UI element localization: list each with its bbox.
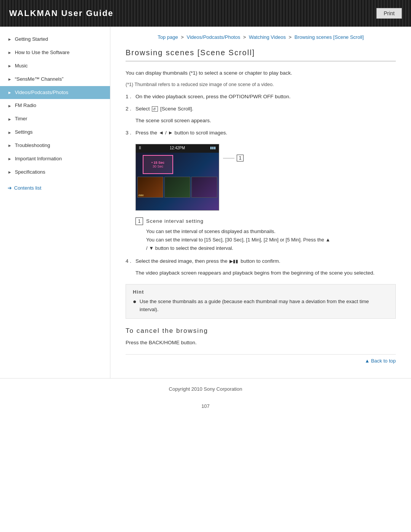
- sidebar-item-label: Important Information: [15, 156, 62, 162]
- hint-text: Use the scene thumbnails as a guide (bec…: [140, 298, 389, 314]
- sidebar-item-label: How to Use the Software: [15, 50, 70, 56]
- step-3-text: Press the ◄ / ► button to scroll images.: [135, 129, 396, 137]
- annotation-header: 1 Scene interval setting: [135, 217, 396, 225]
- cancel-section-text: Press the BACK/HOME button.: [126, 339, 396, 347]
- arrow-icon: ►: [8, 143, 12, 148]
- sidebar-item-label: Music: [15, 63, 28, 69]
- page-number: 107: [0, 399, 411, 413]
- breadcrumb-sep-2: >: [243, 34, 247, 40]
- hint-bullet: ●: [133, 298, 137, 305]
- step-4-num: 4 .: [126, 257, 135, 265]
- screenshot-container: II 12:42PM ▮▮▮ • 15 Sec 30 Sec date 1: [135, 144, 396, 211]
- step-3-num: 3 .: [126, 129, 135, 137]
- annotation-connector-line: [223, 158, 234, 158]
- arrow-icon: ►: [8, 169, 12, 175]
- screenshot-time: 12:42PM: [170, 146, 185, 150]
- step-4-text: Select the desired image, then press the…: [135, 257, 396, 265]
- step-4-sub: The video playback screen reappears and …: [135, 269, 396, 277]
- thumbnail-grid: date: [137, 177, 217, 198]
- sidebar-item-label: FM Radio: [15, 102, 36, 109]
- back-to-top-link[interactable]: Back to top: [365, 358, 396, 364]
- content-area: Top page > Videos/Podcasts/Photos > Watc…: [110, 27, 411, 378]
- sidebar-item-label: Settings: [15, 129, 33, 136]
- hint-title: Hint: [133, 289, 389, 295]
- intro-line1: You can display thumbnails (*1) to selec…: [126, 69, 396, 78]
- right-arrow-icon: ➔: [8, 185, 12, 191]
- thumb-cell-1: date: [137, 177, 163, 198]
- arrow-icon: ►: [8, 37, 12, 42]
- highlight-label1: • 15 Sec: [151, 161, 164, 165]
- sidebar-item-troubleshooting[interactable]: ► Troubleshooting: [0, 139, 110, 152]
- annotation-box-num: 1: [135, 217, 143, 225]
- sidebar-item-music[interactable]: ► Music: [0, 59, 110, 73]
- sidebar-item-fm-radio[interactable]: ► FM Radio: [0, 99, 110, 112]
- sidebar-item-sensme[interactable]: ► “SensMe™ Channels”: [0, 73, 110, 86]
- print-button[interactable]: Print: [376, 8, 402, 19]
- arrow-icon: ►: [8, 130, 12, 135]
- main-layout: ► Getting Started ► How to Use the Softw…: [0, 27, 411, 378]
- step-1-num: 1 .: [126, 93, 135, 101]
- breadcrumb-item-1[interactable]: Top page: [158, 34, 178, 40]
- battery-icon: ▮▮▮: [210, 146, 216, 150]
- arrow-icon: ►: [8, 77, 12, 82]
- screenshot-annotation: 1: [223, 144, 244, 161]
- sidebar-item-label: Getting Started: [15, 36, 48, 43]
- step-2-sub: The scene scroll screen appears.: [135, 117, 396, 125]
- step-2-text: Select [Scene Scroll].: [135, 105, 396, 113]
- breadcrumb-item-4[interactable]: Browsing scenes [Scene Scroll]: [295, 34, 364, 40]
- breadcrumb-sep-1: >: [181, 34, 185, 40]
- sidebar-item-timer[interactable]: ► Timer: [0, 112, 110, 126]
- sidebar-item-label: Troubleshooting: [15, 142, 50, 149]
- sidebar-item-settings[interactable]: ► Settings: [0, 126, 110, 139]
- header: WALKMAN User Guide Print: [0, 0, 411, 27]
- annotation-section: 1 Scene interval setting You can set the…: [135, 217, 396, 252]
- step-3: 3 . Press the ◄ / ► button to scroll ima…: [126, 129, 396, 137]
- cancel-section-title: To cancel the browsing: [126, 327, 396, 335]
- step-4: 4 . Select the desired image, then press…: [126, 257, 396, 265]
- thumb-cell-3: [191, 177, 217, 198]
- sidebar-item-videos[interactable]: ► Videos/Podcasts/Photos: [0, 86, 110, 99]
- back-to-top-row: Back to top: [126, 354, 396, 367]
- screenshot-image: II 12:42PM ▮▮▮ • 15 Sec 30 Sec date: [135, 144, 219, 211]
- arrow-icon: ►: [8, 156, 12, 161]
- annotation-body-3: / ▼ button to select the desired interva…: [146, 244, 396, 252]
- thumbnail-highlight: • 15 Sec 30 Sec: [143, 155, 173, 174]
- sidebar-item-label: “SensMe™ Channels”: [15, 76, 64, 83]
- arrow-icon: ►: [8, 63, 12, 69]
- step-2-num: 2 .: [126, 105, 135, 113]
- app-title: WALKMAN User Guide: [9, 8, 113, 18]
- breadcrumb-item-2[interactable]: Videos/Podcasts/Photos: [187, 34, 241, 40]
- contents-link-label: Contents list: [14, 185, 41, 191]
- sidebar-item-label: Videos/Podcasts/Photos: [15, 89, 68, 96]
- hint-box: Hint ● Use the scene thumbnails as a gui…: [126, 284, 396, 319]
- sidebar: ► Getting Started ► How to Use the Softw…: [0, 27, 110, 378]
- contents-list-link[interactable]: ➔ Contents list: [0, 181, 110, 195]
- intro-line2: (*1) Thumbnail refers to a reduced size …: [126, 81, 396, 89]
- page-title: Browsing scenes [Scene Scroll]: [126, 48, 396, 61]
- sidebar-item-label: Timer: [15, 116, 27, 122]
- annotation-body-2: You can set the interval to [15 Sec], [3…: [146, 236, 396, 244]
- annotation-title: Scene interval setting: [146, 218, 204, 224]
- breadcrumb-item-3[interactable]: Watching Videos: [249, 34, 286, 40]
- hint-item: ● Use the scene thumbnails as a guide (b…: [133, 298, 389, 314]
- sidebar-item-important-info[interactable]: ► Important Information: [0, 152, 110, 166]
- footer: Copyright 2010 Sony Corporation: [0, 378, 411, 399]
- arrow-icon: ►: [8, 103, 12, 109]
- sidebar-item-specifications[interactable]: ► Specifications: [0, 166, 110, 179]
- step-1-text: On the video playback screen, press the …: [135, 93, 396, 101]
- breadcrumb: Top page > Videos/Podcasts/Photos > Watc…: [126, 34, 396, 40]
- annotation-body-1: You can set the interval of scenes displ…: [146, 227, 396, 236]
- arrow-icon: ►: [8, 117, 12, 122]
- thumb-cell-2: [164, 177, 190, 198]
- step-2: 2 . Select [Scene Scroll].: [126, 105, 396, 113]
- arrow-icon: ►: [8, 90, 12, 95]
- breadcrumb-sep-3: >: [289, 34, 293, 40]
- copyright-text: Copyright 2010 Sony Corporation: [169, 386, 242, 392]
- annotation-number: 1: [237, 155, 244, 161]
- highlight-label2: 30 Sec: [153, 165, 163, 168]
- sidebar-item-label: Specifications: [15, 169, 45, 176]
- sidebar-item-getting-started[interactable]: ► Getting Started: [0, 33, 110, 46]
- step-1: 1 . On the video playback screen, press …: [126, 93, 396, 101]
- sidebar-item-how-to-use[interactable]: ► How to Use the Software: [0, 46, 110, 59]
- pause-icon: II: [139, 146, 141, 150]
